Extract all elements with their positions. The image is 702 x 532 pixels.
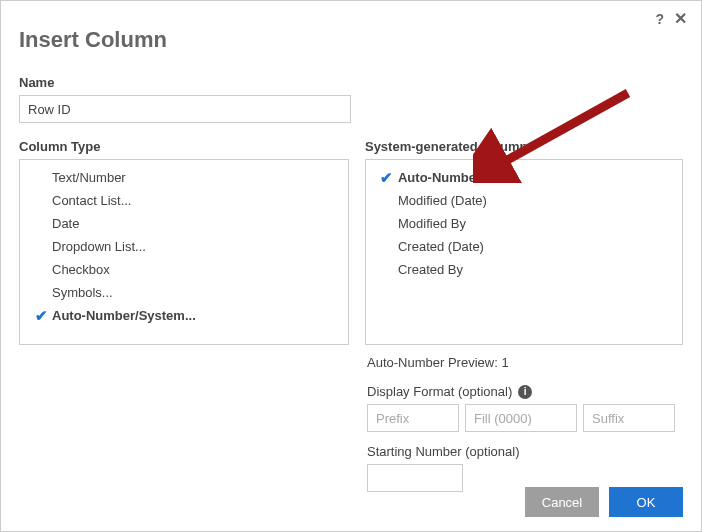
sys-column-item-label: Created (Date) xyxy=(398,239,484,254)
prefix-input[interactable] xyxy=(367,404,459,432)
preview-label: Auto-Number Preview: xyxy=(367,355,501,370)
sys-column-item-label: Modified By xyxy=(398,216,466,231)
auto-number-config: Auto-Number Preview: 1 Display Format (o… xyxy=(367,355,687,492)
dialog-title: Insert Column xyxy=(19,27,683,53)
column-type-item[interactable]: Dropdown List... xyxy=(20,235,348,258)
column-type-item[interactable]: Date xyxy=(20,212,348,235)
starting-number-label: Starting Number (optional) xyxy=(367,444,687,459)
column-type-item-label: Checkbox xyxy=(52,262,110,277)
check-icon: ✔ xyxy=(376,169,398,187)
info-icon[interactable]: i xyxy=(518,385,532,399)
sys-column-item[interactable]: Modified (Date) xyxy=(366,189,682,212)
sys-column-item[interactable]: Created By xyxy=(366,258,682,281)
sys-column-item-label: Modified (Date) xyxy=(398,193,487,208)
close-icon[interactable]: ✕ xyxy=(674,9,687,28)
column-type-item-label: Auto-Number/System... xyxy=(52,308,196,323)
sys-column-item[interactable]: Modified By xyxy=(366,212,682,235)
sys-column-item-label: Created By xyxy=(398,262,463,277)
display-format-label-row: Display Format (optional) i xyxy=(367,384,687,399)
column-type-item-label: Contact List... xyxy=(52,193,131,208)
ok-button[interactable]: OK xyxy=(609,487,683,517)
sys-column-item-label: Auto-Number xyxy=(398,170,481,185)
column-type-listbox[interactable]: Text/NumberContact List...DateDropdown L… xyxy=(19,159,349,345)
dialog-window-controls: ? ✕ xyxy=(655,9,687,28)
column-type-item[interactable]: Symbols... xyxy=(20,281,348,304)
column-type-item-label: Symbols... xyxy=(52,285,113,300)
column-type-item-label: Dropdown List... xyxy=(52,239,146,254)
column-type-item-label: Date xyxy=(52,216,79,231)
name-input[interactable] xyxy=(19,95,351,123)
preview-value: 1 xyxy=(501,355,508,370)
check-icon: ✔ xyxy=(30,307,52,325)
column-type-item[interactable]: Text/Number xyxy=(20,166,348,189)
insert-column-dialog: ? ✕ Insert Column Name Column Type Text/… xyxy=(0,0,702,532)
column-type-section: Column Type Text/NumberContact List...Da… xyxy=(19,139,349,345)
sys-column-item[interactable]: Created (Date) xyxy=(366,235,682,258)
column-type-item[interactable]: Contact List... xyxy=(20,189,348,212)
auto-number-preview: Auto-Number Preview: 1 xyxy=(367,355,687,370)
cancel-button[interactable]: Cancel xyxy=(525,487,599,517)
help-icon[interactable]: ? xyxy=(655,11,664,27)
column-type-item-label: Text/Number xyxy=(52,170,126,185)
sys-column-label: System-generated column xyxy=(365,139,683,154)
column-type-item[interactable]: ✔Auto-Number/System... xyxy=(20,304,348,327)
sys-column-listbox[interactable]: ✔Auto-NumberModified (Date)Modified ByCr… xyxy=(365,159,683,345)
sys-column-section: System-generated column ✔Auto-NumberModi… xyxy=(365,139,683,345)
starting-number-input[interactable] xyxy=(367,464,463,492)
dialog-buttons: Cancel OK xyxy=(525,487,683,517)
display-format-inputs xyxy=(367,404,687,432)
column-type-label: Column Type xyxy=(19,139,349,154)
display-format-label: Display Format (optional) xyxy=(367,384,512,399)
sys-column-item[interactable]: ✔Auto-Number xyxy=(366,166,682,189)
column-type-item[interactable]: Checkbox xyxy=(20,258,348,281)
fill-input[interactable] xyxy=(465,404,577,432)
name-label: Name xyxy=(19,75,683,90)
type-columns-row: Column Type Text/NumberContact List...Da… xyxy=(19,139,683,345)
suffix-input[interactable] xyxy=(583,404,675,432)
